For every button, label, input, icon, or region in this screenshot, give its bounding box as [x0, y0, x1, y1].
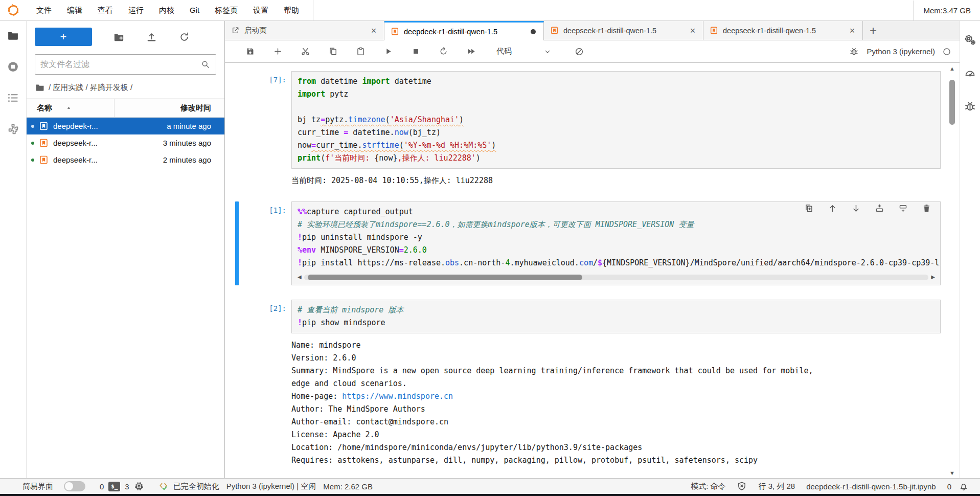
tab-deepseek-r1-distill-qwen-1.5[interactable]: deepseek-r1-distill-qwen-1.5×: [703, 21, 863, 40]
menu-item-运行[interactable]: 运行: [121, 1, 151, 20]
folder-icon[interactable]: [7, 29, 19, 42]
new-tab-button[interactable]: +: [863, 21, 883, 40]
list-icon[interactable]: [7, 92, 19, 104]
top-memory-indicator: Mem:3.47 GB: [914, 1, 980, 20]
scrollbar-thumb[interactable]: [949, 80, 955, 125]
menu-items: 文件编辑查看运行内核Git标签页设置帮助: [29, 0, 307, 20]
breadcrumb-segment[interactable]: 应用实践: [53, 83, 83, 92]
breadcrumb-segment[interactable]: 昇腾开发板: [90, 83, 128, 92]
code-line: License: Apache 2.0: [291, 429, 813, 441]
file-row[interactable]: deepdeek-r...a minute ago: [27, 118, 224, 134]
menu-item-查看[interactable]: 查看: [90, 1, 121, 20]
cursor-position[interactable]: 行 3, 列 28: [758, 482, 795, 491]
debugger-bug-icon[interactable]: [849, 47, 859, 56]
tab-label: deepseek-r1-distill-qwen-1.5: [723, 27, 846, 35]
stop-icon[interactable]: [411, 47, 421, 56]
code-line: Author-email: contact@mindspore.cn: [291, 416, 813, 429]
menu-item-帮助[interactable]: 帮助: [276, 1, 307, 20]
notification-count: 0: [947, 482, 951, 491]
tab-启动页[interactable]: 启动页×: [225, 21, 384, 40]
notifications-bell[interactable]: [959, 481, 969, 491]
stop-circle-icon[interactable]: [7, 60, 19, 73]
close-icon[interactable]: ×: [687, 26, 699, 35]
insert-above-icon[interactable]: [875, 204, 884, 213]
simple-mode-toggle[interactable]: [64, 481, 85, 491]
code-editor[interactable]: from datetime import datetimeimport pytz…: [291, 71, 941, 169]
scrollbar-track[interactable]: [304, 275, 929, 280]
save-icon[interactable]: [245, 47, 255, 56]
terminal-icon: $_: [108, 482, 120, 491]
notebook-icon: [39, 121, 49, 131]
file-filter-input[interactable]: [40, 60, 200, 69]
tab-deepdeek-r1-distill-qwen-1.5[interactable]: deepdeek-r1-distill-qwen-1.5: [384, 21, 544, 40]
code-editor[interactable]: %%capture captured_output# 实验环境已经预装了mind…: [291, 201, 941, 285]
copy-icon[interactable]: [328, 47, 338, 56]
cell-output: Name: mindsporeVersion: 2.6.0Summary: Mi…: [225, 333, 945, 467]
execution-count: [2]:: [225, 300, 291, 333]
kernel-status[interactable]: Python 3 (ipykernel) | 空闲: [226, 482, 316, 491]
insert-below-icon[interactable]: [898, 204, 908, 213]
code-editor[interactable]: # 查看当前 mindspore 版本!pip show mindspore: [291, 300, 941, 333]
run-all-icon[interactable]: [466, 47, 476, 56]
run-icon[interactable]: [383, 47, 393, 56]
tab-deepseek-r1-distill-qwen-1.5[interactable]: deepseek-r1-distill-qwen-1.5×: [544, 21, 703, 40]
trust-indicator[interactable]: [737, 481, 747, 491]
refresh-icon[interactable]: [178, 31, 190, 43]
gears-icon[interactable]: [964, 33, 976, 46]
kernel-name[interactable]: Python 3 (ipykernel): [867, 47, 935, 56]
home-folder-icon[interactable]: [35, 82, 45, 93]
code-line: !pip uninstall mindspore -y: [298, 231, 940, 244]
new-folder-icon[interactable]: [113, 31, 125, 43]
scroll-down-icon[interactable]: ▼: [949, 470, 955, 476]
kernel-status-icon[interactable]: [942, 47, 951, 56]
notebook-cell[interactable]: [2]:# 查看当前 mindspore 版本!pip show mindspo…: [225, 300, 945, 467]
menu-item-设置[interactable]: 设置: [245, 1, 276, 20]
close-icon[interactable]: ×: [368, 26, 380, 35]
statusbar-filename[interactable]: deepdeek-r1-distill-qwen-1.5b-jit.ipynb: [806, 482, 936, 491]
menu-item-Git[interactable]: Git: [182, 1, 207, 20]
notebook-cell[interactable]: [7]:from datetime import datetimeimport …: [225, 71, 945, 187]
move-up-icon[interactable]: [828, 204, 837, 213]
column-header-name[interactable]: 名称: [27, 99, 115, 117]
cell-type-dropdown[interactable]: 代码: [496, 47, 552, 56]
editor-mode[interactable]: 模式: 命令: [691, 482, 725, 491]
add-icon[interactable]: [273, 47, 283, 56]
close-icon[interactable]: ×: [846, 26, 858, 35]
breadcrumb-separator: /: [83, 83, 90, 92]
code-line: Home-page: https://www.mindspore.cn: [291, 390, 813, 403]
slashed-circle-icon[interactable]: [574, 47, 584, 57]
puzzle-icon[interactable]: [7, 123, 19, 136]
init-status[interactable]: 已完全初始化: [158, 481, 219, 491]
tab-label: 启动页: [244, 26, 368, 35]
file-modified-time: a minute ago: [167, 122, 224, 130]
menu-item-标签页[interactable]: 标签页: [207, 1, 245, 20]
scroll-up-icon[interactable]: ▲: [949, 66, 955, 72]
delete-icon[interactable]: [922, 204, 931, 213]
column-header-modified[interactable]: 修改时间: [115, 103, 224, 113]
move-down-icon[interactable]: [851, 204, 861, 213]
horizontal-scrollbar[interactable]: ◀▶: [298, 274, 935, 280]
kernel-count: 3: [125, 482, 129, 491]
menu-item-内核[interactable]: 内核: [151, 1, 182, 20]
gauge-icon[interactable]: [964, 66, 976, 79]
cut-icon[interactable]: [301, 47, 310, 56]
paste-icon[interactable]: [356, 47, 366, 56]
bug-icon[interactable]: [964, 100, 976, 112]
duplicate-icon[interactable]: [804, 204, 814, 213]
menu-item-文件[interactable]: 文件: [29, 1, 59, 20]
upload-icon[interactable]: [146, 31, 157, 43]
notebook-cell[interactable]: [1]:%%capture captured_output# 实验环境已经预装了…: [225, 201, 945, 285]
jupyterlab-window: 文件编辑查看运行内核Git标签页设置帮助 Mem:3.47 GB + / 应用实…: [0, 0, 980, 496]
menu-item-编辑[interactable]: 编辑: [59, 1, 90, 20]
sort-ascending-icon: [65, 105, 72, 111]
scrollbar-thumb[interactable]: [308, 275, 583, 280]
terminal-kernel-counts[interactable]: 0 $_ 3: [100, 481, 144, 491]
scroll-left-icon[interactable]: ◀: [298, 275, 302, 280]
restart-icon[interactable]: [439, 47, 448, 56]
memory-usage: Mem: 2.62 GB: [323, 482, 373, 491]
file-row[interactable]: deepseek-r...3 minutes ago: [27, 134, 224, 151]
new-launcher-button[interactable]: +: [35, 28, 92, 46]
scroll-right-icon[interactable]: ▶: [931, 275, 935, 280]
file-name: deepseek-r...: [53, 139, 163, 147]
file-row[interactable]: deepseek-r...2 minutes ago: [27, 151, 224, 168]
